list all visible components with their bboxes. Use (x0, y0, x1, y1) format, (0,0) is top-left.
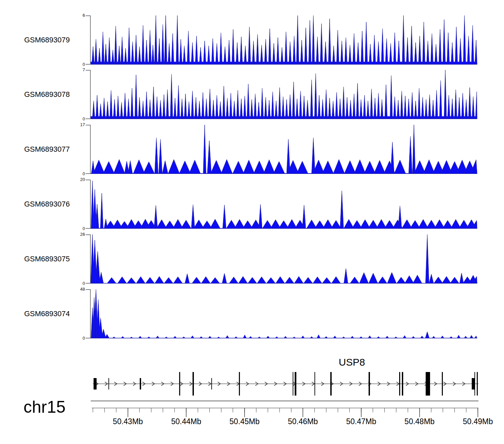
exon-box (109, 378, 109, 390)
axis-tick-label: 50.47Mb (334, 417, 388, 426)
coverage-plot (0, 70, 504, 119)
coverage-track: GSM689307870 (0, 70, 504, 119)
coverage-plot (0, 180, 504, 229)
exon-box (211, 378, 212, 390)
exon-box (179, 372, 180, 396)
axis-tick-label: 50.49Mb (451, 417, 504, 426)
exon-box (442, 372, 443, 396)
axis-tick-label: 50.46Mb (276, 417, 330, 426)
chromosome-label: chr15 (24, 397, 66, 417)
coverage-plot (0, 125, 504, 174)
exon-box (330, 372, 332, 396)
gene-model-plot (0, 372, 504, 396)
genome-axis-plot (0, 400, 504, 419)
genome-browser-figure: GSM689307960GSM689307870GSM6893077170GSM… (0, 0, 504, 444)
exon-box (295, 372, 296, 396)
exon-box (239, 372, 240, 396)
coverage-track: GSM6893075260 (0, 234, 504, 284)
coverage-track: GSM6893076200 (0, 180, 504, 229)
exon-box (477, 372, 478, 396)
axis-tick-label: 50.48Mb (393, 417, 447, 426)
exon-box (140, 378, 141, 390)
coverage-plot (0, 15, 504, 65)
gene-name-label: USP8 (339, 357, 365, 368)
exon-box (402, 372, 403, 396)
coverage-track: GSM689307960 (0, 15, 504, 65)
axis-tick-label: 50.43Mb (101, 417, 155, 426)
exon-box (293, 372, 293, 396)
exon-box (193, 372, 194, 396)
exon-box (369, 372, 370, 396)
axis-tick-label: 50.45Mb (218, 417, 271, 426)
exon-box (426, 372, 430, 396)
exon-box (314, 372, 315, 396)
exon-box (93, 378, 96, 390)
exon-box (399, 372, 400, 396)
exon-box (472, 378, 474, 390)
coverage-plot (0, 289, 504, 338)
exon-box (474, 372, 475, 396)
coverage-track: GSM6893077170 (0, 125, 504, 174)
coverage-plot (0, 234, 504, 284)
axis-tick-label: 50.44Mb (159, 417, 213, 426)
coverage-track: GSM6893074480 (0, 289, 504, 338)
